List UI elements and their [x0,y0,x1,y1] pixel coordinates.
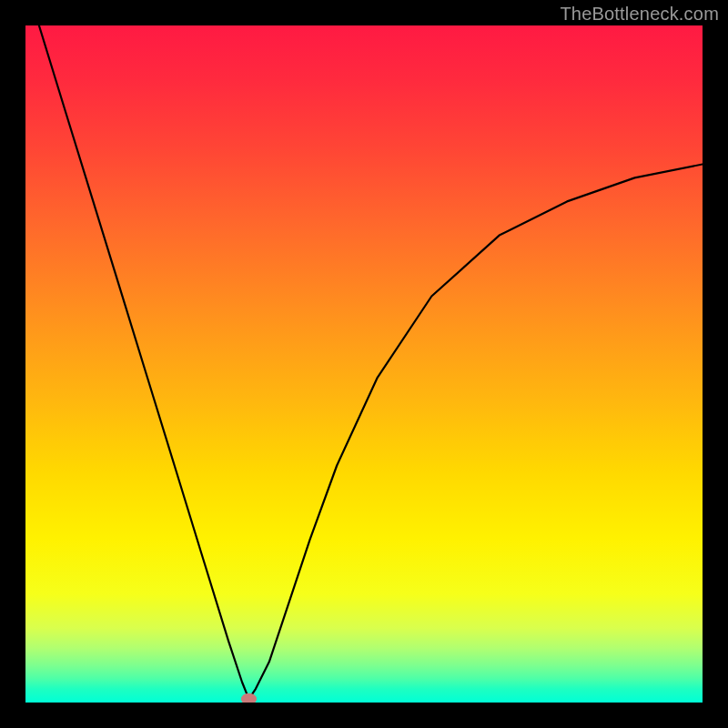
chart-frame: TheBottleneck.com [0,0,728,728]
curve-layer [25,25,703,703]
bottleneck-curve [39,25,703,699]
optimal-point-marker [241,693,257,703]
plot-area [25,25,703,703]
watermark-text: TheBottleneck.com [560,4,719,25]
